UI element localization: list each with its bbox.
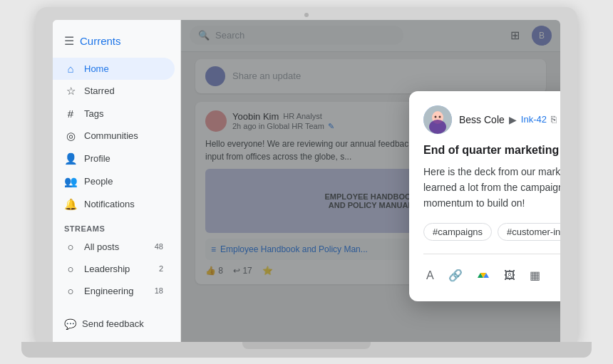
sidebar-item-home[interactable]: ⌂ Home <box>53 58 175 80</box>
people-icon: 👥 <box>64 175 77 188</box>
sidebar-label-communities: Communities <box>84 130 138 141</box>
stream-label-leadership: Leadership <box>84 264 130 274</box>
sidebar-item-communities[interactable]: ◎ Communities <box>53 125 175 147</box>
link-icon[interactable]: 🔗 <box>445 266 465 285</box>
image-icon[interactable]: 🖼 <box>501 266 518 285</box>
svg-point-2 <box>429 120 446 134</box>
modal-avatar <box>423 105 452 134</box>
drive-icon[interactable] <box>474 266 493 286</box>
tag-icon: # <box>64 108 77 120</box>
modal-toolbar: A 🔗 <box>423 254 560 287</box>
laptop-screen: ☰ Currents ⌂ Home ☆ Starred # Tags <box>53 20 560 342</box>
sidebar-label-home: Home <box>84 63 109 74</box>
sidebar-label-notifications: Notifications <box>84 199 135 209</box>
svg-point-3 <box>435 115 437 118</box>
modal-team: Ink-42 <box>521 114 547 125</box>
sidebar-item-notifications[interactable]: 🔔 Notifications <box>53 193 175 216</box>
laptop-base <box>21 342 592 358</box>
leadership-badge: 2 <box>159 264 163 273</box>
tag-campaigns[interactable]: #campaigns <box>423 223 492 241</box>
sidebar-header: ☰ Currents <box>53 28 180 58</box>
communities-icon: ◎ <box>64 130 77 142</box>
modal-arrow-icon: ▶ <box>509 114 517 125</box>
circle-icon3: ○ <box>64 285 77 297</box>
modal-user-name: Bess Cole ▶ Ink-42 ⎘ <box>459 114 557 125</box>
circle-icon: ○ <box>64 241 77 253</box>
modal-post-title: End of quarter marketing review <box>423 144 560 157</box>
send-feedback-button[interactable]: 💬 Send feedback <box>53 313 180 335</box>
modal-header: Bess Cole ▶ Ink-42 ⎘ ✦ <box>423 105 560 134</box>
table-icon[interactable]: ▦ <box>527 266 543 285</box>
hamburger-icon[interactable]: ☰ <box>64 34 74 48</box>
streams-label: STREAMS <box>53 216 180 236</box>
toolbar-icons: A 🔗 <box>423 266 543 286</box>
feedback-icon: 💬 <box>64 318 76 330</box>
sidebar-item-leadership[interactable]: ○ Leadership 2 <box>53 258 175 280</box>
feedback-label: Send feedback <box>82 318 144 329</box>
tag-customer-insights[interactable]: #customer-insights <box>498 223 560 241</box>
svg-point-4 <box>439 115 441 118</box>
stream-label-engineering: Engineering <box>84 286 133 296</box>
sidebar-item-profile[interactable]: 👤 Profile <box>53 147 175 170</box>
sidebar-label-people: People <box>84 176 113 187</box>
modal-user-info: Bess Cole ▶ Ink-42 ⎘ <box>423 105 557 134</box>
app-container: ☰ Currents ⌂ Home ☆ Starred # Tags <box>53 20 560 342</box>
profile-icon: 👤 <box>64 152 77 165</box>
home-icon: ⌂ <box>64 63 77 75</box>
text-format-icon[interactable]: A <box>423 266 437 285</box>
copy-icon[interactable]: ⎘ <box>551 114 557 125</box>
sidebar-item-allposts[interactable]: ○ All posts 48 <box>53 236 175 258</box>
app-logo: Currents <box>80 35 121 47</box>
star-icon: ☆ <box>64 85 77 98</box>
sidebar-label-tags: Tags <box>84 108 103 119</box>
circle-icon2: ○ <box>64 263 77 275</box>
sidebar-item-starred[interactable]: ☆ Starred <box>53 80 175 103</box>
stream-label-allposts: All posts <box>84 241 119 252</box>
modal-post-body: Here is the deck from our marketing revi… <box>423 164 560 212</box>
sidebar-item-people[interactable]: 👥 People <box>53 170 175 193</box>
notifications-icon: 🔔 <box>64 198 77 211</box>
sidebar-label-starred: Starred <box>84 85 115 96</box>
camera-dot <box>304 13 309 17</box>
modal-card: Bess Cole ▶ Ink-42 ⎘ ✦ <box>409 91 560 301</box>
engineering-badge: 18 <box>155 286 163 295</box>
sidebar-item-engineering[interactable]: ○ Engineering 18 <box>53 280 175 302</box>
allposts-badge: 48 <box>155 242 163 251</box>
laptop-shell: ☰ Currents ⌂ Home ☆ Starred # Tags <box>36 7 577 342</box>
modal-tags: #campaigns #customer-insights #marketing <box>423 223 560 241</box>
sidebar-label-profile: Profile <box>84 153 110 164</box>
sidebar-item-tags[interactable]: # Tags <box>53 103 175 125</box>
sidebar: ☰ Currents ⌂ Home ☆ Starred # Tags <box>53 20 181 342</box>
main-content: 🔍 Search ⊞ B Share an update <box>181 20 560 342</box>
